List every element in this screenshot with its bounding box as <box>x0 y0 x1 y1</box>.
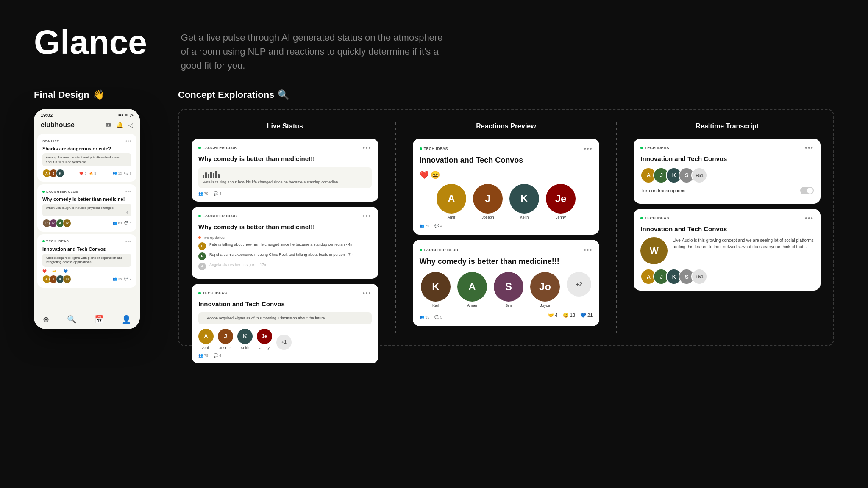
reactions-card-title-1: Innovation and Tech Convos <box>420 155 593 165</box>
card-footer-1: 👥 79 💬 4 <box>198 191 372 196</box>
toggle-switch-1[interactable] <box>800 187 814 194</box>
reaction-count-2: 😄 13 <box>563 313 575 318</box>
bar-2 <box>205 172 207 178</box>
room-avatars-1: A J K <box>42 169 63 177</box>
card-menu-1[interactable]: ••• <box>363 144 372 151</box>
wave-emoji: 👋 <box>93 89 104 100</box>
transcript-text-2: Live-Audio is this growing concept and w… <box>673 237 814 250</box>
room-tag-3: TECH IDEAS ••• <box>42 238 131 244</box>
reactions-card-2[interactable]: Laughter club ••• Why comedy is better t… <box>413 240 600 326</box>
live-status-card-1[interactable]: Laughter club ••• Why comedy is better t… <box>192 139 378 202</box>
phone-time: 19:02 <box>41 113 53 118</box>
nav-calendar-icon[interactable]: 📅 <box>95 315 104 324</box>
react-2: 👐 13 <box>52 269 61 273</box>
room-card-1[interactable]: SEA LIFE ••• Sharks are dangerous or cut… <box>37 134 136 182</box>
avatar-3d: +3 <box>63 275 71 283</box>
speaker-avatar-r2-sim: S <box>494 272 523 302</box>
final-design-label: Final Design <box>34 89 89 100</box>
live-status-col-title: Live Status <box>192 122 378 130</box>
send-icon[interactable]: ◁ <box>128 122 133 128</box>
live-updates-label: live updates <box>198 236 372 240</box>
speaker-jenny: Je Jenny <box>257 329 272 350</box>
speaker-r1-amir: A Amir <box>437 184 466 219</box>
room-more-1[interactable]: ••• <box>125 138 131 144</box>
comment-count-3: 💬 7 <box>124 277 131 281</box>
people-footer-1: 👥 79 <box>198 191 209 196</box>
room-stats-nums-1: 👥 12 💬 3 <box>113 172 131 175</box>
speaker-joseph: J Joseph <box>218 329 233 350</box>
update-avatar-2: R <box>198 252 206 260</box>
speaker-avatar-joseph: J <box>218 329 233 344</box>
bar-5 <box>213 173 214 178</box>
header-description: Get a live pulse through AI generated st… <box>181 25 452 72</box>
separator-2 <box>616 122 617 333</box>
speaker-amir: A Amir <box>198 329 214 350</box>
nav-explore-icon[interactable]: ⊕ <box>43 315 49 324</box>
concept-col-reactions: Reactions Preview tech ideas ••• Innovat… <box>413 122 600 333</box>
speaker-r2-sim: S Sim <box>494 272 523 308</box>
room-reactions-3: ❤️ 4 👐 13 💙 21 <box>42 269 131 273</box>
reactions-card-menu-1[interactable]: ••• <box>584 145 593 152</box>
t2-avatars: A J K S +51 <box>640 269 814 285</box>
reaction-count-row: 🤝 4 😄 13 💙 21 <box>548 313 593 318</box>
t-plus-1: +51 <box>691 167 707 183</box>
card-tag-3: Tech Ideas <box>198 291 227 295</box>
room-count-2-inner: 4 <box>46 211 128 214</box>
speaker-name-r1-keith: Keith <box>520 215 529 219</box>
card-menu-3[interactable]: ••• <box>363 290 372 297</box>
concept-col-transcript: Realtime Transcript tech ideas ••• Innov… <box>634 122 821 333</box>
room-card-3[interactable]: TECH IDEAS ••• Innovation and Tech Convo… <box>37 234 136 288</box>
bell-icon[interactable]: 🔔 <box>116 122 123 128</box>
transcript-card-1[interactable]: tech ideas ••• Innovation and Tech Convo… <box>634 139 821 204</box>
live-dot-t2 <box>640 217 643 219</box>
speaker-r1-keith: K Keith <box>509 184 539 219</box>
speaker-avatar-r2-aman: A <box>457 272 487 302</box>
transcript-card-menu-2[interactable]: ••• <box>805 215 814 222</box>
card-header-3: Tech Ideas ••• <box>198 290 372 297</box>
room-more-3[interactable]: ••• <box>125 238 131 244</box>
mail-icon[interactable]: ✉ <box>106 122 111 128</box>
room-card-2[interactable]: LAUGHTER CLUB ••• Why comedy is better t… <box>37 184 136 232</box>
reactions-card-tag-2: Laughter club <box>420 248 458 252</box>
brand-title: Glance <box>34 25 147 59</box>
speaker-name-r2-sim: Sim <box>505 303 512 308</box>
live-indicator-dot <box>198 236 201 239</box>
transcript-card-2[interactable]: tech ideas ••• Innovation and Tech Convo… <box>634 209 821 291</box>
room-desc-box-3: Adobe acquired Figma with plans of expan… <box>42 254 131 267</box>
speaker-name-r2-joyce: Joyce <box>540 303 550 308</box>
transcript-card-menu-1[interactable]: ••• <box>805 144 814 151</box>
search-emoji: 🔍 <box>278 89 289 100</box>
speaker-r2-aman: A Aman <box>457 272 487 308</box>
speaker-r2-joyce: Jo Joyce <box>530 272 560 308</box>
live-dot-3 <box>42 240 45 242</box>
transcript-card-title-2: Innovation and Tech Convos <box>640 225 814 233</box>
nav-search-icon[interactable]: 🔍 <box>67 315 76 324</box>
bar-6 <box>215 171 217 178</box>
comment-count-2: 💬 6 <box>124 221 131 225</box>
live-status-bar-1: Pete is talking about how his life chang… <box>198 167 372 189</box>
reactions-card-menu-2[interactable]: ••• <box>584 247 593 253</box>
room-avatars-3: A J K +3 <box>42 275 70 283</box>
reactions-card-1[interactable]: tech ideas ••• Innovation and Tech Convo… <box>413 139 600 235</box>
speaker-avatar-jenny: Je <box>257 329 272 344</box>
phone-status-bar: 19:02 ▪▪▪ ≋ ▷ <box>34 109 140 119</box>
reaction-heart-1: ❤️ <box>420 170 429 180</box>
card-title-1: Why comedy is better than medicine!!! <box>198 155 372 163</box>
speaker-name-joseph: Joseph <box>219 346 231 350</box>
plus-badge-r2: +2 <box>567 272 591 297</box>
live-dot-t1 <box>640 147 643 149</box>
nav-profile-icon[interactable]: 👤 <box>122 315 131 324</box>
comment-r2: 💬 5 <box>434 315 442 319</box>
transcript-toggle-1: Turn on transcriptions <box>640 187 814 194</box>
card-menu-2[interactable]: ••• <box>363 213 372 219</box>
phone-mockup: 19:02 ▪▪▪ ≋ ▷ clubhouse ✉ 🔔 ◁ SEA LIFE •… <box>34 109 140 329</box>
room-more-2[interactable]: ••• <box>125 189 131 194</box>
speaker-r1-joseph: J Joseph <box>473 184 503 219</box>
reaction-count-3: 💙 21 <box>580 313 593 318</box>
realtime-transcript-col-title: Realtime Transcript <box>634 122 821 130</box>
clubhouse-logo: clubhouse <box>41 121 75 129</box>
speaker-avatar-r1-joseph: J <box>473 184 503 214</box>
live-status-card-2[interactable]: Laughter club ••• Why comedy is better t… <box>192 207 378 279</box>
live-status-card-3[interactable]: Tech Ideas ••• Innovation and Tech Convo… <box>192 284 378 363</box>
bar-3 <box>208 174 209 178</box>
